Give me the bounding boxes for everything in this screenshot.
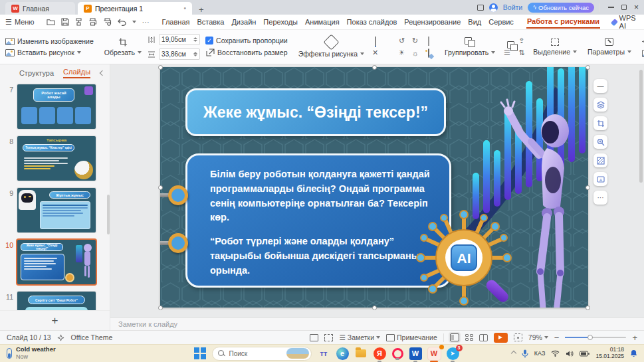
slide-layout-icon[interactable] [310,334,318,341]
selection-handle-left-mid[interactable] [158,185,163,190]
menu-tab-retsenzirovanie[interactable]: Рецензирование [403,17,461,27]
zoom-slider-knob[interactable] [588,335,593,340]
width-spinner[interactable] [193,52,197,56]
menu-tab-pokaz-slaydov[interactable]: Показ слайдов [346,17,398,27]
wps-ai-button[interactable]: WPS AI [612,14,637,30]
wps-office-icon[interactable]: W [428,347,441,360]
zoom-slider[interactable] [565,337,626,338]
slide-sorter-view-button[interactable] [465,334,473,341]
zoom-in-button[interactable]: + [632,333,637,343]
more-quick-actions[interactable]: ··· [142,18,150,26]
notes-bar[interactable]: Заметки к слайду [110,317,644,330]
wifi-icon[interactable] [551,350,560,357]
tab-slides[interactable]: Слайды [63,68,90,78]
notification-bell-icon[interactable] [630,349,637,357]
align-button[interactable]: ☰ [504,48,510,57]
word-icon[interactable]: W [409,347,422,360]
notes-toggle-button[interactable]: ☰ Заметки [339,333,380,341]
menu-tab-animatsiya[interactable]: Анимация [304,17,340,27]
menu-tab-vstavka[interactable]: Вставка [196,17,225,27]
canvas-scrollbar[interactable] [639,70,643,183]
menu-tab-glavnaya[interactable]: Главная [161,17,191,27]
telegram-icon[interactable]: ➤3 [447,347,459,360]
print-icon[interactable] [88,17,97,27]
undo-icon[interactable] [118,17,126,27]
save-icon[interactable] [61,17,69,27]
update-now-button[interactable]: ϟОбновить сейчас [528,3,594,13]
jump-to-slide-icon[interactable] [324,334,333,341]
slide-thumbnail-9[interactable]: 9 Жұптық жұмыс [0,188,110,232]
keep-proportions-checkbox[interactable]: ✓Сохранить пропорции [205,37,288,45]
fit-slide-button[interactable] [514,333,522,341]
menu-button[interactable]: ☰ Меню [5,18,35,27]
collapse-panel-icon[interactable] [100,70,105,76]
crop-button[interactable]: Обрезать [104,37,142,56]
comment-button[interactable]: Примечание [386,333,437,341]
width-input[interactable]: 33,86см [159,48,200,60]
menu-tab-perekhody[interactable]: Переходы [263,17,298,27]
shadow-button[interactable] [428,37,429,45]
minimize-button[interactable] [608,7,614,8]
picture-border-button[interactable] [375,37,376,45]
yandex-browser-icon[interactable]: Я [374,347,386,360]
sidebar-scrollbar[interactable] [107,195,110,234]
maximize-button[interactable] [621,5,627,10]
login-link[interactable]: Войти [503,3,522,11]
weather-widget[interactable]: Cold weather Now [7,346,56,360]
collapse-tools-button[interactable]: — [593,79,607,93]
tab-home-document[interactable]: W Главная [5,2,75,15]
rotate-right-button[interactable]: ↻ [412,37,418,45]
options-button[interactable]: Параметры [588,38,631,56]
alt-text-tool-button[interactable]: A [593,172,607,186]
brightness-up-button[interactable]: ☀ [399,48,405,57]
new-tab-button[interactable]: + [199,5,204,15]
start-button[interactable] [194,347,206,359]
slideshow-play-button[interactable] [494,333,508,343]
picture-effects-button[interactable]: Эффекты рисунка [298,37,364,58]
height-input[interactable]: 19,05см [159,34,200,45]
clock-widget[interactable]: 01:18 15.01.2025 [595,347,624,360]
brightness-down-button[interactable]: ☼ [411,49,418,57]
keyboard-language[interactable]: КАЗ [534,350,546,357]
menu-tab-dizayn[interactable]: Дизайн [231,17,257,27]
insert-image-button[interactable]: Вставить рисунок [5,48,94,56]
slide-10[interactable]: Жеке жұмыс. “Өзіңді тексер!” Білім беру … [160,67,588,308]
edge-icon[interactable]: e [336,347,349,360]
menu-tab-servis[interactable]: Сервис [488,17,514,27]
menu-tab-vid[interactable]: Вид [467,17,482,27]
tray-expand-icon[interactable] [511,351,516,356]
user-avatar[interactable] [489,3,498,12]
teams-icon[interactable]: ᴛᴛ [318,347,330,360]
more-tools-button[interactable]: ··· [593,191,607,205]
set-transparent-button[interactable] [428,49,429,57]
theme-name[interactable]: Office Theme [71,333,113,341]
selection-button[interactable]: Выделение [533,39,577,56]
rotate-object-button[interactable]: ⇪ [518,37,524,45]
close-button[interactable]: × [634,3,639,11]
height-spinner[interactable] [193,37,197,42]
transparency-tool-button[interactable] [593,153,607,167]
selection-handle-bottom-mid[interactable] [372,306,377,310]
slide-thumbnail-10-selected[interactable]: 10 Жеке жұмыс. “Өзіңді тексер!” [0,240,110,284]
selection-handle-bottom-left[interactable] [158,306,163,310]
slide-thumbnail-7[interactable]: 7 Робот жасай алады [0,84,110,129]
taskbar-search[interactable]: Поиск [212,347,312,361]
opera-icon[interactable] [392,348,403,359]
crop-tool-button[interactable] [593,116,607,130]
slide-thumbnail-8[interactable]: 8 Тапсырма Топтық жұмыс. “Кластер” әдісі [0,136,110,181]
distribute-button[interactable]: ⇅ [518,48,524,57]
reading-view-button[interactable] [479,334,488,341]
rotate-left-button[interactable]: ↺ [399,37,405,45]
file-explorer-icon[interactable] [355,347,368,360]
zoom-level-dropdown[interactable]: 79% [528,333,548,341]
add-slide-button[interactable]: + [0,310,110,330]
tabbar-layout-icon[interactable] [477,5,484,11]
slide-canvas[interactable]: Жеке жұмыс. “Өзіңді тексер!” Білім беру … [110,64,644,317]
tab-structure[interactable]: Структура [19,69,54,77]
selection-handle-bottom-right[interactable] [586,306,590,310]
restore-size-button[interactable]: Восстановить размер [205,48,288,57]
print-preview-icon[interactable] [103,17,112,27]
menu-tab-rabota-s-risunkami[interactable]: Работа с рисунками [526,16,600,29]
group-button[interactable]: Группировать [445,37,495,56]
slide-title-box[interactable]: Жеке жұмыс. “Өзіңді тексер!” [185,88,446,136]
